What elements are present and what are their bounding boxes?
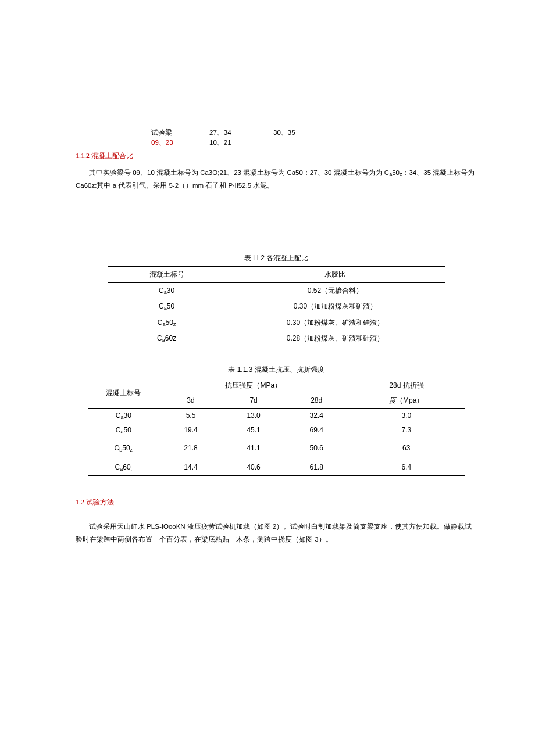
table1-value-cell: 0.30（加加粉煤灰和矿渣） — [226, 299, 445, 314]
table2-header-flex-2b: （Mpa） — [396, 396, 423, 404]
table2-value-cell: 69.4 — [285, 423, 348, 438]
table-1-1-3-caption: 表 1.1.3 混凝土抗压、抗折强度 — [76, 364, 477, 375]
table2-value-cell: 6.4 — [348, 458, 465, 475]
table2-header-7d: 7d — [222, 393, 285, 408]
document-page: 试验梁 27、34 30、35 09、23 10、21 1.1.2 混凝土配合比… — [0, 0, 535, 575]
table-row: Ca305.513.032.43.0 — [88, 408, 465, 423]
table-row: Cb50z21.841.150.663 — [88, 438, 465, 458]
paragraph-1-2: 试验采用天山红水 PLS-IOooKN 液压疲劳试验机加载（如图 2）。试验时白… — [76, 521, 477, 546]
table2-label-cell: Ca60, — [88, 458, 159, 475]
table-mix-ratio: 混凝土标号 水胶比 Ca300.52（无掺合料）Ca500.30（加加粉煤灰和矿… — [108, 266, 445, 350]
table2-header-flex-1: 28d 抗折强 — [348, 378, 465, 393]
para-text-1: 其中实验梁号 09、10 混凝土标号为 Ca3O;21、23 混凝土标号为 Ca… — [89, 169, 389, 176]
table2-value-cell: 3.0 — [348, 408, 465, 423]
paragraph-1-1-2-cont: Ca60z:其中 a 代表引气。采用 5-2（）mm 石子和 P·II52.5 … — [76, 180, 477, 192]
table-row: Ca300.52（无掺合料） — [108, 282, 445, 299]
top-r2c1: 09、23 — [151, 138, 209, 148]
top-r2c2: 10、21 — [209, 138, 273, 148]
table1-value-cell: 0.52（无掺合料） — [226, 282, 445, 299]
paragraph-1-1-2: 其中实验梁号 09、10 混凝土标号为 Ca3O;21、23 混凝土标号为 Ca… — [76, 167, 477, 180]
table2-value-cell: 7.3 — [348, 423, 465, 438]
table2-value-cell: 19.4 — [159, 423, 222, 438]
table2-header-compress: 抗压强度（MPa） — [159, 378, 348, 393]
table2-header-flex-2a: 度 — [389, 396, 396, 404]
table2-label-cell: Ca50 — [88, 423, 159, 438]
table2-header-28d: 28d — [285, 393, 348, 408]
table-row: Ca60,14.440.661.86.4 — [88, 458, 465, 475]
table-row: Ca5019.445.169.47.3 — [88, 423, 465, 438]
table2-label-cell: Cb50z — [88, 438, 159, 458]
table2-value-cell: 5.5 — [159, 408, 222, 423]
para-text-3: ；34、35 混凝上标号为 — [402, 169, 475, 176]
para-text-2: 50 — [392, 169, 400, 176]
table2-header-3d: 3d — [159, 393, 222, 408]
table-ll2-caption: 表 LL2 各混凝上配比 — [76, 253, 477, 264]
table2-value-cell: 21.8 — [159, 438, 222, 458]
table2-value-cell: 63 — [348, 438, 465, 458]
top-r1c2: 27、34 — [209, 128, 273, 138]
table2-label-cell: Ca30 — [88, 408, 159, 423]
table1-value-cell: 0.30（加粉煤灰、矿渣和硅渣） — [226, 315, 445, 331]
table1-label-cell: Ca60z — [108, 331, 226, 349]
table2-header-flex-2: 度（Mpa） — [348, 393, 465, 408]
table2-header-label: 混凝土标号 — [88, 378, 159, 408]
table2-value-cell: 14.4 — [159, 458, 222, 475]
table-row: Ca50z0.30（加粉煤灰、矿渣和硅渣） — [108, 315, 445, 331]
top-r2c3 — [273, 138, 320, 148]
table-strength: 混凝土标号 抗压强度（MPa） 28d 抗折强 3d 7d 28d 度（Mpa）… — [88, 378, 465, 476]
table1-value-cell: 0.28（加粉煤灰、矿渣和硅渣） — [226, 331, 445, 349]
table1-label-cell: Ca30 — [108, 282, 226, 299]
heading-1-1-2: 1.1.2 混凝土配合比 — [76, 151, 477, 162]
table-row: Ca500.30（加加粉煤灰和矿渣） — [108, 299, 445, 314]
table1-header-label: 混凝土标号 — [108, 266, 226, 282]
top-r1c3: 30、35 — [273, 128, 320, 138]
table1-label-cell: Ca50 — [108, 299, 226, 314]
table2-value-cell: 61.8 — [285, 458, 348, 475]
table-row: Ca60z0.28（加粉煤灰、矿渣和硅渣） — [108, 331, 445, 349]
heading-1-2: 1.2 试验方法 — [76, 497, 477, 508]
table1-header-ratio: 水胶比 — [226, 266, 445, 282]
top-r1c1: 试验梁 — [151, 128, 209, 138]
table1-label-cell: Ca50z — [108, 315, 226, 331]
table2-value-cell: 41.1 — [222, 438, 285, 458]
table2-value-cell: 32.4 — [285, 408, 348, 423]
table2-value-cell: 45.1 — [222, 423, 285, 438]
top-data-block: 试验梁 27、34 30、35 09、23 10、21 — [151, 128, 477, 147]
table2-value-cell: 50.6 — [285, 438, 348, 458]
table2-value-cell: 13.0 — [222, 408, 285, 423]
table2-value-cell: 40.6 — [222, 458, 285, 475]
